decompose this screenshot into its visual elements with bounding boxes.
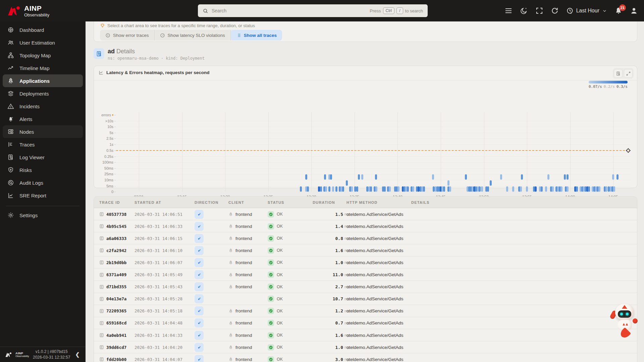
heatmap-cell[interactable]: [520, 186, 522, 192]
filter-button-show-all-traces[interactable]: Show all traces: [231, 30, 282, 41]
table-row[interactable]: 39dd6cd7 2026-03-31 14:04:20 frontend OK…: [94, 341, 637, 353]
heatmap-cell[interactable]: [526, 186, 528, 192]
table-row[interactable]: 2b19d0bb 2026-03-31 14:06:07 frontend OK…: [94, 256, 637, 268]
heatmap-cell[interactable]: [300, 186, 302, 192]
heatmap-cell[interactable]: [325, 186, 327, 192]
user-avatar-icon[interactable]: [630, 7, 638, 15]
heatmap-cell[interactable]: [598, 186, 600, 192]
direction-arrow-icon[interactable]: [195, 331, 204, 340]
direction-arrow-icon[interactable]: [195, 222, 204, 231]
search-bar[interactable]: Press Ctrl / to search: [198, 4, 428, 17]
table-row[interactable]: a6a06333 2026-03-31 14:06:15 frontend OK…: [94, 232, 637, 244]
filter-button-show-error-traces[interactable]: Show error traces: [100, 30, 155, 41]
trace-id[interactable]: 4a0eb941: [106, 333, 126, 338]
heatmap-cell[interactable]: [545, 186, 547, 192]
heatmap-cell[interactable]: [613, 186, 615, 192]
sidebar-item-applications[interactable]: Applications: [3, 74, 83, 87]
time-range-selector[interactable]: Last Hour: [566, 7, 607, 14]
direction-arrow-icon[interactable]: [195, 318, 204, 327]
column-header-details[interactable]: DETAILS: [411, 197, 430, 208]
table-row[interactable]: 6371a409 2026-03-31 14:05:49 frontend OK…: [94, 269, 637, 281]
trace-id[interactable]: 4b95c545: [106, 224, 126, 229]
heatmap-cell[interactable]: [506, 186, 508, 192]
sidebar-item-timeline-map[interactable]: Timeline Map: [3, 62, 83, 74]
direction-arrow-icon[interactable]: [195, 343, 204, 352]
sidebar-item-alerts[interactable]: Alerts: [3, 113, 83, 125]
heatmap-cell[interactable]: [423, 186, 425, 192]
direction-arrow-icon[interactable]: [195, 258, 204, 267]
notifications-bell-icon[interactable]: 21: [614, 7, 623, 15]
heatmap-cell[interactable]: [358, 174, 360, 180]
heatmap-cell[interactable]: [384, 186, 386, 192]
table-row[interactable]: 4b95c545 2026-03-31 14:06:33 frontend OK…: [94, 220, 637, 232]
heatmap-cell[interactable]: [407, 186, 409, 192]
trace-id[interactable]: d71bd355: [106, 284, 126, 289]
heatmap-cell[interactable]: [552, 186, 554, 192]
direction-arrow-icon[interactable]: [195, 355, 204, 362]
heatmap-cell[interactable]: [521, 174, 523, 180]
heatmap-cell[interactable]: [361, 174, 363, 180]
heatmap-cell[interactable]: [567, 186, 569, 192]
table-row[interactable]: 659168cd 2026-03-31 14:04:48 frontend OK…: [94, 317, 637, 329]
latency-heatmap-card[interactable]: Latency & Errors heatmap, requests per s…: [94, 66, 637, 188]
sidebar-item-risks[interactable]: Risks: [3, 164, 83, 176]
heatmap-cell[interactable]: [307, 186, 309, 192]
heatmap-cell[interactable]: [330, 174, 332, 180]
heatmap-cell[interactable]: [560, 186, 562, 192]
heatmap-cell[interactable]: [564, 174, 566, 180]
heatmap-cell[interactable]: [335, 186, 337, 192]
direction-arrow-icon[interactable]: [195, 294, 204, 303]
dark-mode-icon[interactable]: [520, 7, 528, 15]
heatmap-cell[interactable]: [547, 174, 549, 180]
heatmap-cell[interactable]: [305, 174, 307, 180]
column-header-trace-id[interactable]: TRACE ID: [99, 197, 120, 208]
direction-arrow-icon[interactable]: [195, 270, 204, 279]
heatmap-cell[interactable]: [481, 186, 483, 192]
column-header-started-at[interactable]: STARTED AT: [135, 197, 161, 208]
trace-id[interactable]: 659168cd: [106, 320, 126, 325]
sidebar-item-topology-map[interactable]: Topology Map: [3, 49, 83, 62]
table-row[interactable]: d71bd355 2026-03-31 14:05:43 frontend OK…: [94, 281, 637, 293]
heatmap-cell[interactable]: [465, 174, 467, 180]
column-header-status[interactable]: STATUS: [268, 197, 284, 208]
heatmap-cell[interactable]: [449, 186, 451, 192]
sidebar-item-sre-report[interactable]: SRE Report: [3, 189, 83, 202]
table-row[interactable]: 40537738 2026-03-31 14:06:51 frontend OK…: [94, 208, 637, 220]
heatmap-cell[interactable]: [567, 174, 569, 180]
heatmap-cell[interactable]: [375, 174, 377, 180]
heatmap-cell[interactable]: [605, 186, 607, 192]
sidebar-item-dashboard[interactable]: Dashboard: [3, 23, 83, 36]
direction-arrow-icon[interactable]: [195, 234, 204, 243]
column-header-http-method[interactable]: HTTP METHOD: [346, 197, 377, 208]
sidebar-item-nodes[interactable]: Nodes: [3, 125, 83, 138]
sidebar-item-log-viewer[interactable]: Log Viewer: [3, 151, 83, 164]
heatmap-cell[interactable]: [432, 174, 434, 180]
direction-arrow-icon[interactable]: [195, 210, 204, 219]
table-row[interactable]: 72209365 2026-03-31 14:05:18 frontend OK…: [94, 305, 637, 317]
trace-id[interactable]: 2b19d0bb: [106, 260, 126, 265]
heatmap-cell[interactable]: [588, 186, 590, 192]
heatmap-cell[interactable]: [612, 174, 614, 180]
heatmap-cell[interactable]: [324, 174, 326, 180]
heatmap-cell[interactable]: [346, 180, 348, 186]
heatmap-cell[interactable]: [332, 186, 334, 192]
heatmap-cell[interactable]: [487, 186, 489, 192]
heatmap-cell[interactable]: [490, 180, 492, 186]
sidebar-item-deployments[interactable]: Deployments: [3, 87, 83, 100]
sidebar-item-audit-logs[interactable]: Audit Logs: [3, 176, 83, 189]
direction-arrow-icon[interactable]: [195, 282, 204, 291]
column-header-client[interactable]: CLIENT: [228, 197, 244, 208]
sidebar-item-settings[interactable]: Settings: [3, 209, 83, 222]
table-row[interactable]: fdd20b00 2026-03-31 14:04:07 frontend OK…: [94, 353, 637, 362]
heatmap-cell[interactable]: [500, 174, 502, 180]
refresh-icon[interactable]: [551, 7, 559, 15]
direction-arrow-icon[interactable]: [195, 306, 204, 315]
heatmap-cell[interactable]: [397, 186, 399, 192]
heatmap-cell[interactable]: [512, 186, 514, 192]
column-header-duration[interactable]: DURATION: [313, 197, 335, 208]
sidebar-item-traces[interactable]: Traces: [3, 138, 83, 151]
heatmap-cell[interactable]: [375, 186, 377, 192]
trace-id[interactable]: fdd20b00: [106, 357, 126, 362]
trace-id[interactable]: 72209365: [106, 308, 126, 313]
trace-id[interactable]: 40537738: [106, 212, 126, 217]
